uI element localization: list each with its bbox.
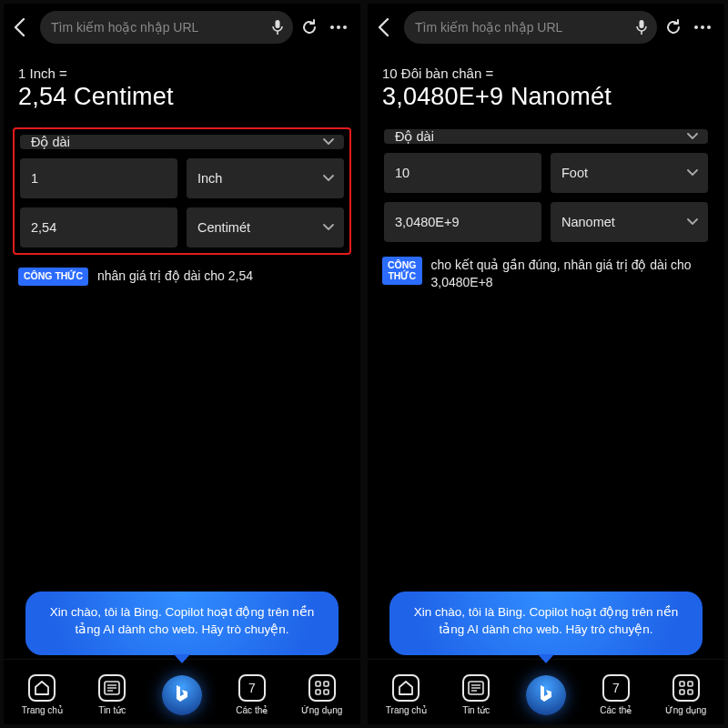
category-label: Độ dài [31, 135, 70, 149]
chevron-down-icon [322, 174, 335, 183]
bottom-nav: Trang chủ Tin tức 7 Các thẻ Ứng dụng [4, 659, 360, 724]
more-button[interactable] [693, 25, 715, 30]
converter-controls: Độ dài 1 Inch 2,54 Centimét [13, 127, 351, 255]
nav-tabs[interactable]: 7 Các thẻ [581, 674, 651, 715]
tab-count: 7 [612, 681, 620, 695]
from-unit-select[interactable]: Foot [551, 153, 708, 193]
from-value-input[interactable]: 10 [384, 153, 541, 193]
search-input[interactable]: Tìm kiếm hoặc nhập URL [40, 11, 293, 44]
conversion-heading: 1 Inch = [18, 66, 346, 81]
search-placeholder: Tìm kiếm hoặc nhập URL [415, 20, 562, 35]
nav-label: Tin tức [462, 705, 490, 715]
svg-rect-0 [276, 20, 280, 28]
nav-news[interactable]: Tin tức [77, 674, 147, 715]
nav-news[interactable]: Tin tức [441, 674, 511, 715]
to-unit: Centimét [197, 220, 250, 235]
more-button[interactable] [329, 25, 351, 30]
nav-label: Tin tức [98, 705, 126, 715]
nav-apps[interactable]: Ứng dụng [651, 674, 721, 715]
svg-rect-11 [316, 690, 320, 694]
content-area: 1 Inch = 2,54 Centimet Độ dài 1 Inch 2,5… [4, 51, 360, 659]
mic-icon[interactable] [271, 19, 284, 35]
search-input[interactable]: Tìm kiếm hoặc nhập URL [404, 11, 657, 44]
svg-point-3 [337, 25, 340, 29]
category-select[interactable]: Độ dài [20, 135, 344, 149]
nav-tabs[interactable]: 7 Các thẻ [217, 674, 287, 715]
svg-rect-23 [688, 682, 693, 686]
back-button[interactable] [13, 17, 33, 37]
to-value-input[interactable]: 3,0480E+9 [384, 202, 541, 242]
apps-icon [672, 674, 700, 702]
svg-point-17 [707, 25, 711, 29]
tabs-icon: 7 [238, 674, 266, 702]
reload-button[interactable] [664, 18, 686, 36]
nav-bing-copilot[interactable] [147, 686, 217, 715]
chevron-down-icon [322, 137, 335, 147]
from-unit-select[interactable]: Inch [187, 158, 344, 198]
chevron-down-icon [686, 217, 699, 227]
back-button[interactable] [377, 17, 397, 37]
to-unit: Nanomet [561, 215, 615, 229]
nav-apps[interactable]: Ứng dụng [287, 674, 357, 715]
from-unit: Foot [561, 166, 588, 180]
formula-badge: CÔNG THỨC [18, 268, 88, 286]
copilot-chat-bubble[interactable]: Xin chào, tôi là Bing. Copilot hoạt động… [25, 592, 339, 655]
bing-icon [162, 675, 202, 715]
tab-count: 7 [248, 681, 256, 695]
topbar: Tìm kiếm hoặc nhập URL [368, 4, 724, 51]
nav-home[interactable]: Trang chủ [7, 674, 77, 715]
nav-label: Các thẻ [600, 705, 632, 715]
nav-label: Ứng dụng [301, 705, 343, 715]
phone-left: Tìm kiếm hoặc nhập URL 1 Inch = 2,54 Cen… [4, 4, 360, 724]
nav-label: Trang chủ [386, 705, 427, 715]
nav-label: Trang chủ [22, 705, 63, 715]
to-value: 3,0480E+9 [395, 215, 460, 229]
search-placeholder: Tìm kiếm hoặc nhập URL [51, 20, 198, 35]
formula-badge: CÔNG THỨC [382, 257, 422, 285]
to-value: 2,54 [31, 220, 56, 235]
svg-point-4 [343, 25, 347, 29]
to-unit-select[interactable]: Nanomet [551, 202, 708, 242]
news-icon [98, 674, 126, 702]
svg-rect-9 [316, 682, 320, 686]
svg-rect-25 [688, 690, 693, 694]
apps-icon [308, 674, 336, 702]
conversion-heading: 10 Đôi bàn chân = [382, 66, 710, 81]
nav-label: Các thẻ [236, 705, 268, 715]
conversion-result: 3,0480E+9 Nanomét [382, 83, 710, 111]
svg-rect-22 [680, 682, 684, 686]
mic-icon[interactable] [635, 19, 648, 35]
nav-label: Ứng dụng [665, 705, 707, 715]
formula-row: CÔNG THỨC cho kết quả gần đúng, nhân giá… [382, 257, 710, 291]
category-select[interactable]: Độ dài [384, 129, 708, 144]
nav-bing-copilot[interactable] [511, 686, 581, 715]
converter-controls: Độ dài 10 Foot 3,0480E+9 Nanomet [382, 127, 710, 244]
home-icon [392, 674, 420, 702]
to-unit-select[interactable]: Centimét [187, 207, 344, 248]
svg-rect-24 [680, 690, 684, 694]
from-value: 1 [31, 171, 38, 186]
nav-home[interactable]: Trang chủ [371, 674, 441, 715]
conversion-result: 2,54 Centimet [18, 83, 346, 111]
svg-point-15 [694, 25, 698, 29]
copilot-chat-bubble[interactable]: Xin chào, tôi là Bing. Copilot hoạt động… [389, 592, 703, 655]
svg-rect-13 [640, 20, 644, 28]
from-value-input[interactable]: 1 [20, 158, 177, 198]
reload-button[interactable] [300, 18, 322, 36]
chevron-down-icon [686, 168, 699, 177]
svg-point-16 [701, 25, 704, 29]
chevron-down-icon [686, 132, 699, 141]
news-icon [462, 674, 490, 702]
bottom-nav: Trang chủ Tin tức 7 Các thẻ Ứng dụng [368, 659, 724, 724]
svg-rect-10 [324, 682, 329, 686]
to-value-input[interactable]: 2,54 [20, 207, 177, 248]
formula-row: CÔNG THỨC nhân giá trị độ dài cho 2,54 [18, 268, 346, 286]
home-icon [28, 674, 56, 702]
tabs-icon: 7 [602, 674, 630, 702]
content-area: 10 Đôi bàn chân = 3,0480E+9 Nanomét Độ d… [368, 51, 724, 659]
svg-rect-12 [324, 690, 329, 694]
category-label: Độ dài [395, 129, 434, 144]
chevron-down-icon [322, 223, 335, 232]
from-value: 10 [395, 166, 410, 180]
phone-right: Tìm kiếm hoặc nhập URL 10 Đôi bàn chân =… [368, 4, 724, 724]
